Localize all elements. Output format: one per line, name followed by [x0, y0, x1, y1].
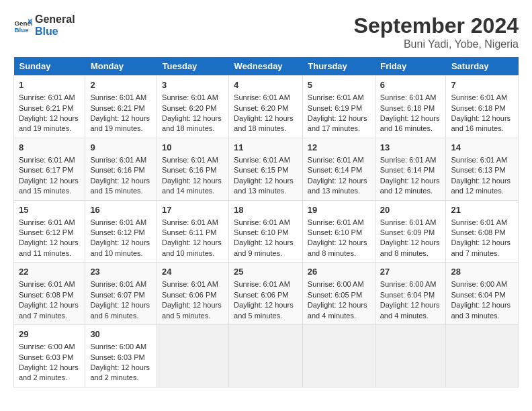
day-number: 18: [234, 204, 298, 216]
table-row: 19Sunrise: 6:01 AMSunset: 6:10 PMDayligh…: [302, 200, 375, 263]
day-info: Sunrise: 6:01 AMSunset: 6:13 PMDaylight:…: [451, 156, 511, 195]
day-number: 27: [380, 266, 441, 278]
day-number: 25: [234, 266, 298, 278]
header-tuesday: Tuesday: [157, 57, 229, 76]
table-row: 28Sunrise: 6:00 AMSunset: 6:04 PMDayligh…: [446, 263, 519, 325]
day-number: 11: [234, 142, 298, 154]
header-sunday: Sunday: [14, 57, 85, 76]
table-row: [375, 325, 446, 387]
day-number: 4: [234, 79, 298, 91]
calendar-week-row: 15Sunrise: 6:01 AMSunset: 6:12 PMDayligh…: [14, 200, 519, 263]
day-number: 24: [162, 266, 224, 278]
day-number: 7: [451, 79, 513, 91]
calendar-week-row: 1Sunrise: 6:01 AMSunset: 6:21 PMDaylight…: [14, 76, 519, 138]
table-row: 2Sunrise: 6:01 AMSunset: 6:21 PMDaylight…: [85, 76, 157, 138]
day-info: Sunrise: 6:01 AMSunset: 6:18 PMDaylight:…: [451, 93, 511, 132]
day-number: 26: [308, 266, 370, 278]
day-info: Sunrise: 6:01 AMSunset: 6:14 PMDaylight:…: [380, 156, 440, 195]
table-row: 16Sunrise: 6:01 AMSunset: 6:12 PMDayligh…: [85, 200, 157, 263]
logo-text-line2: Blue: [35, 26, 75, 38]
day-info: Sunrise: 6:00 AMSunset: 6:05 PMDaylight:…: [308, 280, 367, 319]
day-number: 2: [90, 79, 152, 91]
table-row: 20Sunrise: 6:01 AMSunset: 6:09 PMDayligh…: [375, 200, 446, 263]
table-row: 29Sunrise: 6:00 AMSunset: 6:03 PMDayligh…: [14, 325, 85, 387]
table-row: 5Sunrise: 6:01 AMSunset: 6:19 PMDaylight…: [302, 76, 375, 138]
table-row: [229, 325, 303, 387]
page-subtitle: Buni Yadi, Yobe, Nigeria: [354, 38, 519, 50]
table-row: 21Sunrise: 6:01 AMSunset: 6:08 PMDayligh…: [446, 200, 519, 263]
table-row: 27Sunrise: 6:00 AMSunset: 6:04 PMDayligh…: [375, 263, 446, 325]
day-number: 23: [90, 266, 152, 278]
day-info: Sunrise: 6:01 AMSunset: 6:11 PMDaylight:…: [162, 218, 222, 257]
table-row: 22Sunrise: 6:01 AMSunset: 6:08 PMDayligh…: [14, 263, 85, 325]
table-row: 13Sunrise: 6:01 AMSunset: 6:14 PMDayligh…: [375, 138, 446, 200]
title-area: September 2024 Buni Yadi, Yobe, Nigeria: [354, 13, 519, 50]
table-row: 9Sunrise: 6:01 AMSunset: 6:16 PMDaylight…: [85, 138, 157, 200]
day-number: 5: [308, 79, 370, 91]
day-info: Sunrise: 6:01 AMSunset: 6:10 PMDaylight:…: [308, 218, 367, 257]
day-info: Sunrise: 6:01 AMSunset: 6:21 PMDaylight:…: [90, 93, 150, 132]
day-info: Sunrise: 6:01 AMSunset: 6:12 PMDaylight:…: [19, 218, 79, 257]
table-row: 6Sunrise: 6:01 AMSunset: 6:18 PMDaylight…: [375, 76, 446, 138]
day-number: 6: [380, 79, 441, 91]
table-row: 12Sunrise: 6:01 AMSunset: 6:14 PMDayligh…: [302, 138, 375, 200]
table-row: 14Sunrise: 6:01 AMSunset: 6:13 PMDayligh…: [446, 138, 519, 200]
day-number: 1: [19, 79, 80, 91]
day-info: Sunrise: 6:00 AMSunset: 6:04 PMDaylight:…: [451, 280, 511, 319]
table-row: 24Sunrise: 6:01 AMSunset: 6:06 PMDayligh…: [157, 263, 229, 325]
calendar-table: Sunday Monday Tuesday Wednesday Thursday…: [13, 57, 519, 387]
day-info: Sunrise: 6:01 AMSunset: 6:14 PMDaylight:…: [308, 156, 367, 195]
day-number: 20: [380, 204, 441, 216]
day-number: 10: [162, 142, 224, 154]
header-monday: Monday: [85, 57, 157, 76]
day-info: Sunrise: 6:01 AMSunset: 6:06 PMDaylight:…: [234, 280, 294, 319]
table-row: 30Sunrise: 6:00 AMSunset: 6:03 PMDayligh…: [85, 325, 157, 387]
day-info: Sunrise: 6:01 AMSunset: 6:06 PMDaylight:…: [162, 280, 222, 319]
day-info: Sunrise: 6:01 AMSunset: 6:21 PMDaylight:…: [19, 93, 79, 132]
day-info: Sunrise: 6:01 AMSunset: 6:15 PMDaylight:…: [234, 156, 294, 195]
table-row: [302, 325, 375, 387]
day-info: Sunrise: 6:01 AMSunset: 6:08 PMDaylight:…: [451, 218, 511, 257]
day-number: 3: [162, 79, 224, 91]
table-row: 11Sunrise: 6:01 AMSunset: 6:15 PMDayligh…: [229, 138, 303, 200]
calendar-week-row: 29Sunrise: 6:00 AMSunset: 6:03 PMDayligh…: [14, 325, 519, 387]
day-number: 16: [90, 204, 152, 216]
logo-icon: General Blue: [13, 16, 32, 35]
day-info: Sunrise: 6:00 AMSunset: 6:03 PMDaylight:…: [90, 342, 150, 381]
header-friday: Friday: [375, 57, 446, 76]
logo-text-line1: General: [35, 13, 75, 26]
day-info: Sunrise: 6:01 AMSunset: 6:12 PMDaylight:…: [90, 218, 150, 257]
table-row: 1Sunrise: 6:01 AMSunset: 6:21 PMDaylight…: [14, 76, 85, 138]
calendar-header-row: Sunday Monday Tuesday Wednesday Thursday…: [14, 57, 519, 76]
day-number: 29: [19, 328, 80, 340]
day-number: 28: [451, 266, 513, 278]
day-info: Sunrise: 6:01 AMSunset: 6:20 PMDaylight:…: [234, 93, 294, 132]
table-row: [157, 325, 229, 387]
day-number: 13: [380, 142, 441, 154]
table-row: 25Sunrise: 6:01 AMSunset: 6:06 PMDayligh…: [229, 263, 303, 325]
day-info: Sunrise: 6:01 AMSunset: 6:19 PMDaylight:…: [308, 93, 367, 132]
day-info: Sunrise: 6:01 AMSunset: 6:08 PMDaylight:…: [19, 280, 79, 319]
day-number: 17: [162, 204, 224, 216]
table-row: 26Sunrise: 6:00 AMSunset: 6:05 PMDayligh…: [302, 263, 375, 325]
table-row: 10Sunrise: 6:01 AMSunset: 6:16 PMDayligh…: [157, 138, 229, 200]
day-info: Sunrise: 6:01 AMSunset: 6:10 PMDaylight:…: [234, 218, 294, 257]
calendar-week-row: 8Sunrise: 6:01 AMSunset: 6:17 PMDaylight…: [14, 138, 519, 200]
day-info: Sunrise: 6:01 AMSunset: 6:18 PMDaylight:…: [380, 93, 440, 132]
logo: General Blue General Blue: [13, 13, 75, 37]
day-info: Sunrise: 6:00 AMSunset: 6:04 PMDaylight:…: [380, 280, 440, 319]
day-number: 22: [19, 266, 80, 278]
day-info: Sunrise: 6:01 AMSunset: 6:09 PMDaylight:…: [380, 218, 440, 257]
table-row: 4Sunrise: 6:01 AMSunset: 6:20 PMDaylight…: [229, 76, 303, 138]
header-wednesday: Wednesday: [229, 57, 303, 76]
table-row: 17Sunrise: 6:01 AMSunset: 6:11 PMDayligh…: [157, 200, 229, 263]
day-number: 15: [19, 204, 80, 216]
page-header: General Blue General Blue September 2024…: [13, 13, 519, 50]
svg-text:Blue: Blue: [14, 26, 29, 33]
day-number: 21: [451, 204, 513, 216]
day-number: 30: [90, 328, 152, 340]
page-title: September 2024: [354, 13, 519, 38]
day-info: Sunrise: 6:01 AMSunset: 6:07 PMDaylight:…: [90, 280, 150, 319]
day-info: Sunrise: 6:01 AMSunset: 6:16 PMDaylight:…: [90, 156, 150, 195]
header-saturday: Saturday: [446, 57, 519, 76]
